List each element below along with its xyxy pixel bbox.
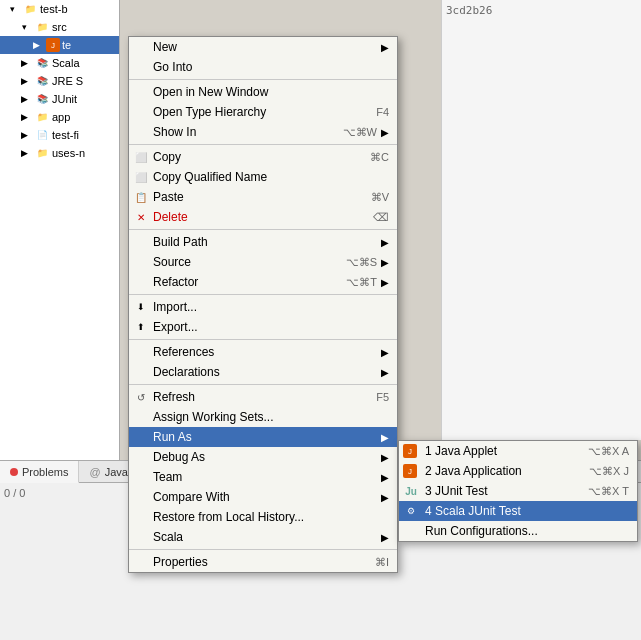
menu-delete[interactable]: ✕ Delete ⌫ bbox=[129, 207, 397, 227]
menu-source[interactable]: Source ⌥⌘S ▶ bbox=[129, 252, 397, 272]
menu-references-label: References bbox=[153, 345, 214, 359]
te-icon: J bbox=[46, 38, 60, 52]
submenu-run-as: J 1 Java Applet ⌥⌘X A J 2 Java Applicati… bbox=[398, 440, 638, 542]
shortcut-refactor: ⌥⌘T bbox=[346, 276, 377, 289]
menu-build-path-label: Build Path bbox=[153, 235, 208, 249]
menu-paste[interactable]: 📋 Paste ⌘V bbox=[129, 187, 397, 207]
tree-item-usesn[interactable]: ▶ 📁 uses-n bbox=[0, 144, 119, 162]
expand-icon: ▶ bbox=[16, 127, 32, 143]
shortcut-refresh: F5 bbox=[376, 391, 389, 403]
submenu-scala-junit[interactable]: ⚙ 4 Scala JUnit Test bbox=[399, 501, 637, 521]
shortcut-f4: F4 bbox=[376, 106, 389, 118]
menu-compare-with-label: Compare With bbox=[153, 490, 230, 504]
tab-problems-label: Problems bbox=[22, 466, 68, 478]
menu-team[interactable]: Team ▶ bbox=[129, 467, 397, 487]
menu-debug-as-label: Debug As bbox=[153, 450, 205, 464]
submenu-java-app[interactable]: J 2 Java Application ⌥⌘X J bbox=[399, 461, 637, 481]
menu-declarations[interactable]: Declarations ▶ bbox=[129, 362, 397, 382]
menu-show-in[interactable]: Show In ⌥⌘W ▶ bbox=[129, 122, 397, 142]
menu-import[interactable]: ⬇ Import... bbox=[129, 297, 397, 317]
menu-open-type-hierarchy[interactable]: Open Type Hierarchy F4 bbox=[129, 102, 397, 122]
tree-label: test-fi bbox=[52, 129, 79, 141]
tree-item-app[interactable]: ▶ 📁 app bbox=[0, 108, 119, 126]
expand-icon: ▶ bbox=[16, 73, 32, 89]
folder-icon: 📁 bbox=[22, 1, 38, 17]
menu-build-path[interactable]: Build Path ▶ bbox=[129, 232, 397, 252]
menu-copy-qualified[interactable]: ⬜ Copy Qualified Name bbox=[129, 167, 397, 187]
submenu-junit-label: 3 JUnit Test bbox=[425, 484, 487, 498]
menu-restore-local[interactable]: Restore from Local History... bbox=[129, 507, 397, 527]
tree-label: app bbox=[52, 111, 70, 123]
tree-label: JRE S bbox=[52, 75, 83, 87]
paste-icon: 📋 bbox=[133, 189, 149, 205]
menu-scala[interactable]: Scala ▶ bbox=[129, 527, 397, 547]
import-icon: ⬇ bbox=[133, 299, 149, 315]
tree-item-te[interactable]: ▶ J te bbox=[0, 36, 119, 54]
menu-references[interactable]: References ▶ bbox=[129, 342, 397, 362]
tree-item-jre[interactable]: ▶ 📚 JRE S bbox=[0, 72, 119, 90]
menu-open-new-window-label: Open in New Window bbox=[153, 85, 268, 99]
menu-source-label: Source bbox=[153, 255, 191, 269]
separator-4 bbox=[129, 294, 397, 295]
counter-label: 0 / 0 bbox=[4, 487, 25, 499]
arrow-icon: ▶ bbox=[381, 452, 389, 463]
testfi-icon: 📄 bbox=[34, 127, 50, 143]
tree-label: src bbox=[52, 21, 67, 33]
shortcut-copy: ⌘C bbox=[370, 151, 389, 164]
tree-item-scala[interactable]: ▶ 📚 Scala bbox=[0, 54, 119, 72]
shortcut-paste: ⌘V bbox=[371, 191, 389, 204]
tree-item-test-b[interactable]: ▾ 📁 test-b bbox=[0, 0, 119, 18]
menu-export-label: Export... bbox=[153, 320, 198, 334]
menu-copy[interactable]: ⬜ Copy ⌘C bbox=[129, 147, 397, 167]
tree-label: te bbox=[62, 39, 71, 51]
arrow-icon: ▶ bbox=[381, 472, 389, 483]
menu-run-as[interactable]: Run As ▶ bbox=[129, 427, 397, 447]
menu-paste-label: Paste bbox=[153, 190, 184, 204]
tab-problems[interactable]: Problems bbox=[0, 461, 79, 483]
arrow-icon: ▶ bbox=[381, 42, 389, 53]
menu-refresh[interactable]: ↺ Refresh F5 bbox=[129, 387, 397, 407]
copy-icon: ⬜ bbox=[133, 149, 149, 165]
menu-export[interactable]: ⬆ Export... bbox=[129, 317, 397, 337]
menu-assign-label: Assign Working Sets... bbox=[153, 410, 274, 424]
delete-icon: ✕ bbox=[133, 209, 149, 225]
tree-item-testfi[interactable]: ▶ 📄 test-fi bbox=[0, 126, 119, 144]
junit-test-icon: Ju bbox=[403, 483, 419, 499]
expand-icon: ▶ bbox=[16, 55, 32, 71]
submenu-java-applet[interactable]: J 1 Java Applet ⌥⌘X A bbox=[399, 441, 637, 461]
tree-label: Scala bbox=[52, 57, 80, 69]
scala-junit-icon: ⚙ bbox=[403, 503, 419, 519]
menu-delete-label: Delete bbox=[153, 210, 188, 224]
menu-open-new-window[interactable]: Open in New Window bbox=[129, 82, 397, 102]
tree-item-junit[interactable]: ▶ 📚 JUnit bbox=[0, 90, 119, 108]
export-icon: ⬆ bbox=[133, 319, 149, 335]
tree-label: JUnit bbox=[52, 93, 77, 105]
submenu-java-applet-label: 1 Java Applet bbox=[425, 444, 497, 458]
menu-new-label: New bbox=[153, 40, 177, 54]
menu-copy-label: Copy bbox=[153, 150, 181, 164]
tree-label: uses-n bbox=[52, 147, 85, 159]
menu-compare-with[interactable]: Compare With ▶ bbox=[129, 487, 397, 507]
menu-refactor-label: Refactor bbox=[153, 275, 198, 289]
separator-6 bbox=[129, 384, 397, 385]
separator-7 bbox=[129, 549, 397, 550]
menu-debug-as[interactable]: Debug As ▶ bbox=[129, 447, 397, 467]
menu-go-into-label: Go Into bbox=[153, 60, 192, 74]
shortcut-show: ⌥⌘W bbox=[343, 126, 377, 139]
menu-go-into[interactable]: Go Into bbox=[129, 57, 397, 77]
menu-import-label: Import... bbox=[153, 300, 197, 314]
copy-qualified-icon: ⬜ bbox=[133, 169, 149, 185]
menu-refactor[interactable]: Refactor ⌥⌘T ▶ bbox=[129, 272, 397, 292]
context-menu: New ▶ Go Into Open in New Window Open Ty… bbox=[128, 36, 398, 573]
tree-item-src[interactable]: ▾ 📁 src bbox=[0, 18, 119, 36]
submenu-run-configurations[interactable]: Run Configurations... bbox=[399, 521, 637, 541]
scala-lib-icon: 📚 bbox=[34, 55, 50, 71]
submenu-junit-test[interactable]: Ju 3 JUnit Test ⌥⌘X T bbox=[399, 481, 637, 501]
arrow-icon: ▶ bbox=[381, 257, 389, 268]
expand-icon: ▶ bbox=[16, 145, 32, 161]
menu-new[interactable]: New ▶ bbox=[129, 37, 397, 57]
menu-assign-working-sets[interactable]: Assign Working Sets... bbox=[129, 407, 397, 427]
menu-copy-qualified-label: Copy Qualified Name bbox=[153, 170, 267, 184]
menu-properties[interactable]: Properties ⌘I bbox=[129, 552, 397, 572]
menu-declarations-label: Declarations bbox=[153, 365, 220, 379]
